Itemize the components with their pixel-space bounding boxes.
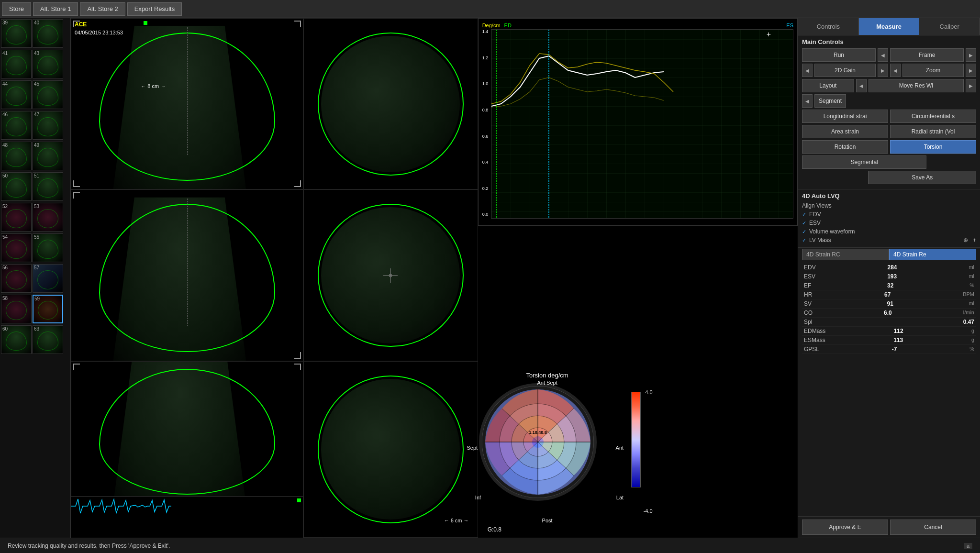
vol-waveform-label: Volume waveform [809, 228, 855, 235]
gain-button[interactable]: 2D Gain [814, 64, 876, 77]
thumbnail-57[interactable]: 57 [33, 264, 63, 293]
esmass-result-label: ESMass [804, 337, 825, 343]
hr-result-label: HR [804, 291, 812, 298]
thumbnail-47[interactable]: 47 [33, 111, 63, 140]
zoom-right-arrow[interactable]: ▶ [966, 64, 976, 77]
thumb-label-41: 41 [2, 51, 8, 56]
thumbnail-59[interactable]: 59 [33, 295, 63, 323]
frame-button[interactable]: Frame [890, 48, 964, 62]
edv-label: EDV [809, 211, 821, 218]
gpsl-result-value: -7 [892, 346, 897, 353]
move-res-left-arrow[interactable]: ◀ [856, 79, 867, 92]
radial-strain-button[interactable]: Radial strain (Vol [890, 125, 976, 138]
lv-mass-expand[interactable]: ⊕ [963, 237, 968, 243]
alt-store2-button[interactable]: Alt. Store 2 [80, 2, 125, 16]
thumb-label-44: 44 [2, 81, 8, 87]
thumb-row: 5455 [0, 232, 70, 263]
thumbnail-51[interactable]: 51 [33, 172, 63, 201]
thumbnail-50[interactable]: 50 [1, 172, 32, 201]
thumbnail-43[interactable]: 43 [33, 50, 63, 78]
torsion-scale-max: 4.0 [645, 389, 652, 395]
tab-measure[interactable]: Measure [859, 18, 920, 35]
frame-right-arrow[interactable]: ▶ [966, 48, 976, 62]
segment-left-arrow[interactable]: ◀ [802, 94, 813, 108]
esv-check: ✓ [802, 220, 806, 226]
co-result-row: CO 6.0 l/min [802, 309, 976, 318]
segmental-row: Segmental [802, 155, 976, 169]
segmental-button[interactable]: Segmental [802, 155, 926, 169]
strain-re-button[interactable]: 4D Strain Re [889, 249, 976, 260]
thumbnail-46[interactable]: 46 [1, 111, 32, 140]
circumferential-strain-button[interactable]: Circumferential s [890, 110, 976, 123]
indicator-square [144, 21, 147, 25]
edv-result-label: EDV [804, 264, 816, 271]
layout-button[interactable]: Layout [802, 79, 854, 92]
tab-caliper[interactable]: Caliper [919, 18, 980, 35]
tab-controls[interactable]: Controls [798, 18, 859, 35]
thumbnail-55[interactable]: 55 [33, 233, 63, 262]
thumbnail-53[interactable]: 53 [33, 203, 63, 232]
approve-exit-button[interactable]: Approve & E [802, 520, 888, 535]
torsion-plot-title: Torsion deg/cm [526, 372, 568, 379]
thumbnail-48[interactable]: 48 [1, 142, 32, 170]
store-button[interactable]: Store [2, 2, 31, 16]
vol-waveform-check: ✓ [802, 229, 806, 235]
thumb-label-63: 63 [34, 326, 39, 332]
zoom-button[interactable]: Zoom [902, 64, 964, 77]
area-strain-button[interactable]: Area strain [802, 125, 888, 138]
run-button[interactable]: Run [802, 48, 876, 62]
thumbnail-63[interactable]: 63 [33, 325, 63, 354]
right-panel: Controls Measure Caliper Main Controls R… [798, 18, 980, 538]
thumbnail-49[interactable]: 49 [33, 142, 63, 170]
gain-left-arrow[interactable]: ◀ [802, 64, 813, 77]
run-left-arrow[interactable]: ◀ [878, 48, 888, 62]
svg-text:1.10.40.8: 1.10.40.8 [529, 430, 547, 435]
rotation-button[interactable]: Rotation [802, 140, 888, 154]
strain-rc-button[interactable]: 4D Strain RC [802, 249, 889, 260]
longitudinal-strain-button[interactable]: Longitudinal strai [802, 110, 888, 123]
esv-result-unit: ml [969, 273, 974, 280]
strain-buttons-grid: Longitudinal strai Circumferential s Are… [802, 110, 976, 154]
thumb-label-40: 40 [34, 20, 39, 25]
segment-button[interactable]: Segment [814, 94, 846, 108]
hr-result-unit: BPM [963, 291, 974, 298]
thumbnail-44[interactable]: 44 [1, 80, 32, 109]
ef-result-unit: % [969, 282, 974, 289]
export-results-button[interactable]: Export Results [127, 2, 182, 16]
thumbnail-58[interactable]: 58 [1, 295, 32, 323]
thumbnail-56[interactable]: 56 [1, 264, 32, 293]
corner-tr-3 [294, 364, 301, 370]
save-as-row: Save As [802, 171, 976, 184]
main-layout: 3940414344454647484950515253545556575859… [0, 18, 980, 538]
thumb-row: 4647 [0, 110, 70, 141]
corner-bl-1 [73, 180, 80, 187]
lv-mass-add[interactable]: + [973, 237, 976, 243]
alt-store1-button[interactable]: Alt. Store 1 [33, 2, 78, 16]
zoom-left-arrow[interactable]: ◀ [890, 64, 901, 77]
thumbnail-39[interactable]: 39 [1, 19, 32, 48]
thumbnail-54[interactable]: 54 [1, 233, 32, 262]
dashed-center-1 [187, 27, 188, 155]
thumbnail-60[interactable]: 60 [1, 325, 32, 354]
gain-zoom-row: ◀ 2D Gain ▶ ◀ Zoom ▶ [802, 64, 976, 77]
save-as-button[interactable]: Save As [868, 171, 976, 184]
thumbnail-41[interactable]: 41 [1, 50, 32, 78]
move-res-button[interactable]: Move Res Wi [869, 79, 964, 92]
cancel-button[interactable]: Cancel [890, 520, 976, 535]
torsion-button[interactable]: Torsion [890, 140, 976, 154]
esmass-result-unit: g [971, 337, 974, 343]
thumbnail-45[interactable]: 45 [33, 80, 63, 109]
move-res-right-arrow[interactable]: ▶ [966, 79, 976, 92]
run-frame-row: Run ◀ Frame ▶ [802, 48, 976, 62]
green-contour-3 [99, 369, 275, 495]
thumb-label-53: 53 [34, 204, 39, 209]
thumb-row: 4445 [0, 79, 70, 110]
thumbnail-52[interactable]: 52 [1, 203, 32, 232]
edmass-result-value: 112 [894, 328, 903, 334]
gain-right-arrow[interactable]: ▶ [878, 64, 888, 77]
thumbnail-40[interactable]: 40 [33, 19, 63, 48]
ef-result-row: EF 32 % [802, 281, 976, 290]
lv-mass-label: LV Mass [809, 237, 831, 243]
sv-result-value: 91 [887, 300, 893, 307]
thumb-label-43: 43 [34, 51, 39, 56]
